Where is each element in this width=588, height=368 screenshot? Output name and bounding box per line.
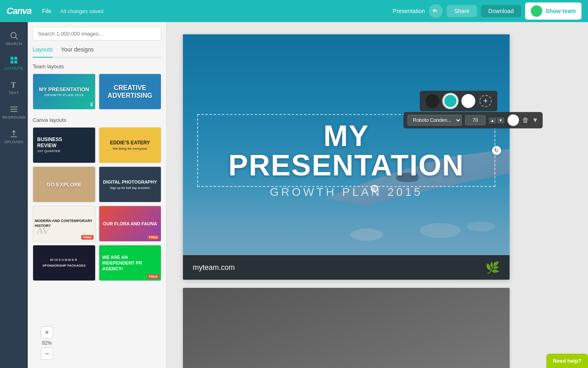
tab-row: Layouts Your designs: [33, 46, 161, 58]
svg-line-1: [16, 37, 18, 39]
rotate-handle[interactable]: ↻: [492, 146, 501, 155]
sidebar-search-label: SEARCH: [6, 42, 22, 46]
thumb-my-presentation-inner: MY PRESENTATION GROWTH PLAN 2015 ⬇: [33, 74, 95, 109]
plant-icon: 🌿: [486, 261, 500, 274]
layouts-icon: [9, 56, 18, 65]
slide-main-title: MY PRESENTATION: [206, 121, 486, 180]
main-layout: SEARCH LAYOUTS T TEXT BKGROUND: [0, 22, 588, 368]
download-button[interactable]: Download: [481, 5, 521, 17]
presentation-title: Presentation: [393, 8, 425, 14]
thumb-eddies-inner: EDDIE'S EATERY the thing for everyone: [99, 128, 161, 163]
canvas-area[interactable]: + Roboto Conden... 70 ▲ ▼ 🗑 ▼: [167, 22, 588, 368]
font-toolbar: Roboto Conden... 70 ▲ ▼ 🗑 ▼: [403, 112, 543, 128]
svg-rect-3: [14, 57, 17, 60]
svg-rect-4: [11, 61, 13, 63]
thumb-agency-inner: WE ARE AN INDEPENDENT PR AGENCY/ FREE: [99, 245, 161, 280]
slide-1-container: MY PRESENTATION ↻ GROWTH PLAN 2015 mytea…: [183, 34, 576, 280]
background-icon: [9, 105, 18, 114]
nav-right-group: Presentation Share Download Show team: [393, 2, 581, 20]
top-nav: Canva File All changes saved Presentatio…: [0, 0, 588, 22]
share-button[interactable]: Share: [447, 5, 477, 17]
slide-2[interactable]: [183, 288, 510, 368]
thumb-midsummer-inner: MIDSUMMER SPONSORSHIP PACKAGES: [33, 245, 95, 280]
layout-thumb-creative-advertising[interactable]: CREATIVE ADVERTISING: [99, 74, 162, 110]
cursor-indicator: [371, 185, 378, 192]
font-select[interactable]: Roboto Conden...: [408, 115, 462, 126]
search-input[interactable]: [33, 27, 161, 40]
layout-thumb-digital-photography[interactable]: DIGITAL PHOTOGRAPHY Sign up for half day…: [99, 166, 162, 202]
download-icon-thumb: ⬇: [89, 102, 94, 108]
free-badge-history: FREE: [81, 235, 93, 240]
undo-button[interactable]: [429, 4, 443, 18]
color-dot-teal[interactable]: [443, 94, 457, 108]
thumb-flora-inner: OUR FLORA AND FAUNA FREE: [99, 206, 161, 241]
svg-rect-5: [14, 61, 17, 63]
sidebar-layouts-label: LAYOUTS: [5, 66, 23, 70]
layout-thumb-my-presentation[interactable]: MY PRESENTATION GROWTH PLAN 2015 ⬇: [33, 74, 96, 110]
sidebar-item-search[interactable]: SEARCH: [0, 27, 28, 48]
color-dot-black[interactable]: [425, 94, 439, 108]
svg-text:T: T: [11, 81, 16, 89]
canva-layouts-grid: BUSINESSREVIEW 1ST QUARTER EDDIE'S EATER…: [33, 127, 161, 281]
color-dot-white[interactable]: [461, 94, 475, 108]
slide-1[interactable]: MY PRESENTATION ↻ GROWTH PLAN 2015 mytea…: [183, 34, 510, 280]
layout-thumb-pr-agency[interactable]: WE ARE AN INDEPENDENT PR AGENCY/ FREE: [99, 245, 162, 281]
search-icon: [9, 31, 18, 40]
font-color-picker[interactable]: [508, 114, 519, 126]
sidebar-item-layouts[interactable]: LAYOUTS: [0, 52, 28, 73]
font-size-input[interactable]: 70: [465, 115, 486, 125]
team-layouts-grid: MY PRESENTATION GROWTH PLAN 2015 ⬇ CREAT…: [33, 74, 161, 110]
svg-rect-2: [11, 57, 13, 60]
slide-footer: myteam.com 🌿: [183, 255, 510, 280]
sidebar-bkground-label: BKGROUND: [2, 115, 25, 119]
file-menu[interactable]: File: [39, 6, 55, 16]
sidebar-item-text[interactable]: T TEXT: [0, 76, 28, 97]
thumb-digital-inner: DIGITAL PHOTOGRAPHY Sign up for half day…: [99, 167, 161, 202]
thumb-creative-inner: CREATIVE ADVERTISING: [99, 74, 161, 109]
free-badge-agency: FREE: [147, 274, 159, 279]
canva-logo[interactable]: Canva: [7, 6, 31, 16]
thumb-explore-inner: GO EXPLORE: [33, 167, 95, 202]
thumb-history-inner: AV MODERN AND CONTEMPORARY HISTORY FREE: [33, 206, 95, 241]
sidebar-uploads-label: UPLOADS: [4, 140, 24, 144]
layout-thumb-midsummer[interactable]: MIDSUMMER SPONSORSHIP PACKAGES: [33, 245, 96, 281]
font-size-up[interactable]: ▲: [489, 117, 496, 123]
color-add-button[interactable]: +: [479, 95, 492, 107]
slide-subtitle-container: GROWTH PLAN 2015: [183, 182, 510, 199]
free-badge-flora: FREE: [147, 235, 159, 240]
layouts-panel: Layouts Your designs Team layouts MY PRE…: [28, 22, 167, 368]
color-toolbar: +: [420, 91, 497, 111]
autosave-status: All changes saved: [60, 8, 387, 14]
canva-layouts-title: Canva layouts: [33, 117, 161, 123]
text-icon: T: [9, 80, 18, 89]
need-help-button[interactable]: Need help?: [546, 354, 588, 368]
sidebar-item-uploads[interactable]: UPLOADS: [0, 125, 28, 146]
tab-layouts[interactable]: Layouts: [33, 46, 53, 58]
sidebar-item-background[interactable]: BKGROUND: [0, 101, 28, 122]
show-team-button[interactable]: Show team: [525, 2, 581, 20]
slide-2-inner: [183, 288, 510, 368]
team-avatar: [531, 5, 542, 17]
svg-point-0: [11, 33, 16, 38]
font-more-button[interactable]: ▼: [532, 117, 539, 124]
layout-thumb-modern-history[interactable]: AV MODERN AND CONTEMPORARY HISTORY FREE: [33, 206, 96, 242]
font-size-stepper: ▲ ▼: [489, 117, 504, 123]
team-layouts-title: Team layouts: [33, 63, 161, 70]
font-size-down[interactable]: ▼: [497, 117, 504, 123]
layout-thumb-business-review[interactable]: BUSINESSREVIEW 1ST QUARTER: [33, 127, 96, 163]
left-sidebar: SEARCH LAYOUTS T TEXT BKGROUND: [0, 22, 28, 368]
layout-thumb-flora-fauna[interactable]: OUR FLORA AND FAUNA FREE: [99, 206, 162, 242]
layout-thumb-go-explore[interactable]: GO EXPLORE: [33, 166, 96, 202]
slide-subtitle: GROWTH PLAN 2015: [183, 186, 510, 199]
sidebar-text-label: TEXT: [9, 91, 19, 95]
undo-icon: [432, 7, 439, 15]
font-delete-button[interactable]: 🗑: [522, 117, 529, 124]
uploads-icon: [9, 129, 18, 138]
slide-footer-url: myteam.com: [193, 263, 235, 272]
tab-your-designs[interactable]: Your designs: [61, 46, 94, 54]
thumb-business-inner: BUSINESSREVIEW 1ST QUARTER: [33, 128, 95, 163]
layout-thumb-eddies-eatery[interactable]: EDDIE'S EATERY the thing for everyone: [99, 127, 162, 163]
